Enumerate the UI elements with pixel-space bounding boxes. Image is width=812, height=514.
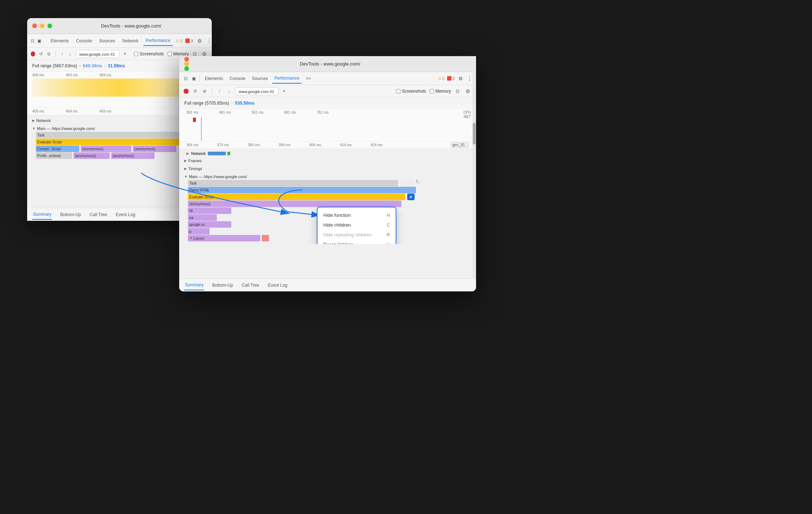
main-section-label: Main — https://www.google.com/ <box>37 126 95 131</box>
anonymous-bar1[interactable]: (anonymous) <box>81 146 131 152</box>
hide-function-item[interactable]: Hide function H <box>317 210 396 220</box>
full-range-label: Full range (5667.63ms) <box>32 63 77 68</box>
front-bottom-up-tab[interactable]: Bottom-Up <box>211 281 233 290</box>
hide-function-label: Hide function <box>323 212 351 218</box>
tab-network[interactable]: Network <box>120 36 140 46</box>
inspect-icon[interactable]: ⊡ <box>31 38 34 44</box>
front-screenshots-toggle[interactable]: Screenshots <box>396 89 426 94</box>
parse-html-bar[interactable]: Parse HTML <box>188 187 416 193</box>
front-settings-icon[interactable]: ⚙ <box>457 75 464 82</box>
front-upload-icon[interactable]: ↑ <box>216 88 222 94</box>
reset-children-item[interactable]: Reset children U <box>317 240 396 244</box>
front-separator2 <box>212 88 212 94</box>
front-device-icon[interactable]: ▣ <box>191 76 197 81</box>
hide-function-key: H <box>387 213 390 218</box>
anonymous-bar2[interactable]: (anonymous) <box>133 146 176 152</box>
task-bar[interactable]: Task <box>36 132 195 138</box>
front-memory-toggle[interactable]: Memory <box>430 89 451 94</box>
compil-script-bar[interactable]: Compil...Script <box>36 146 79 152</box>
front-summary-tab[interactable]: Summary <box>184 280 204 290</box>
download-icon[interactable]: ↓ <box>68 51 72 57</box>
front-event-log-tab[interactable]: Event Log <box>267 281 288 290</box>
front-timeline: 361 ms 461 ms 561 ms 661 ms 761 ms CPU N… <box>179 109 476 142</box>
event-log-tab[interactable]: Event Log <box>115 210 136 219</box>
ruler-m4: 661 ms <box>284 110 317 114</box>
front-record-icon[interactable] <box>184 89 189 94</box>
tab-performance[interactable]: Performance <box>143 36 173 46</box>
front-separator <box>199 76 200 81</box>
front-tab-performance[interactable]: Performance <box>272 73 302 84</box>
frames-row: ▶ Frames <box>179 157 476 165</box>
front-ruler2: 364 ms374 ms384 ms394 ms404 ms414 ms424 … <box>179 142 476 149</box>
front-toolbar: ⊡ ▣ Elements Console Sources Performance… <box>179 72 476 85</box>
memory-toggle[interactable]: Memory <box>168 51 189 56</box>
scrollbar-thumb[interactable] <box>473 123 476 144</box>
w-bar[interactable]: W <box>188 207 231 214</box>
network-section-label: Network <box>36 118 51 123</box>
call-tree-tab[interactable]: Call Tree <box>89 210 108 219</box>
front-settings-icon2[interactable]: ⚙ <box>464 88 472 95</box>
front-minimize-button[interactable] <box>184 62 189 66</box>
clear-icon[interactable]: ⊘ <box>47 51 51 57</box>
evaluate-script-bar[interactable]: Evaluate Script <box>36 139 195 145</box>
task-stripe <box>399 180 414 186</box>
front-inspect-icon[interactable]: ⊡ <box>183 76 189 81</box>
close-button[interactable] <box>32 24 37 28</box>
front-tab-sources[interactable]: Sources <box>250 74 270 83</box>
front-camera-icon[interactable]: ⊡ <box>455 88 460 94</box>
ruler-m2: 461 ms <box>219 110 252 114</box>
scrollbar[interactable] <box>472 56 476 278</box>
google-cv-bar[interactable]: google.cv <box>188 221 231 228</box>
settings-icon[interactable]: ⚙ <box>196 37 203 45</box>
context-menu[interactable]: Hide function H Hide children C Hide rep… <box>317 207 396 244</box>
network-label: Network <box>191 151 206 156</box>
front-task-bar[interactable]: Task <box>188 180 398 186</box>
front-reload-icon[interactable]: ↺ <box>192 88 198 94</box>
front-tab-elements[interactable]: Elements <box>203 74 225 83</box>
profili-bar[interactable]: Profili...erhead <box>36 152 72 159</box>
anonymous-bar4[interactable]: (anonymous) <box>111 152 155 159</box>
front-tab-console[interactable]: Console <box>227 74 248 83</box>
ea-bar[interactable]: ea <box>188 214 217 221</box>
ruler-mark-3: 469 ms <box>100 73 112 77</box>
more-icon[interactable]: ⋮ <box>206 37 212 44</box>
anonymous-bar3[interactable]: (anonymous) <box>73 152 110 159</box>
record-icon[interactable] <box>31 51 35 56</box>
device-icon[interactable]: ▣ <box>37 38 41 44</box>
front-error-badge: 🟥 2 <box>447 76 455 81</box>
front-anonymous-bar[interactable]: (anonymous) <box>188 201 401 207</box>
bottom-up-tab[interactable]: Bottom-Up <box>59 210 81 219</box>
tab-console[interactable]: Console <box>74 36 94 46</box>
front-warn-badge: ⚠ 5 <box>438 76 445 81</box>
front-bottom-tabs: Summary Bottom-Up Call Tree Event Log <box>179 278 476 291</box>
layout-bar[interactable]: ▼ Layout <box>188 235 260 241</box>
t-label: T... <box>416 180 421 186</box>
ruler-m3: 561 ms <box>252 110 284 114</box>
hide-children-key: C <box>387 223 390 228</box>
summary-tab[interactable]: Summary <box>32 210 52 220</box>
front-download-icon[interactable]: ↓ <box>226 88 232 94</box>
tab-sources[interactable]: Sources <box>97 36 117 46</box>
ruler-mark-2: 464 ms <box>66 73 78 77</box>
url-box[interactable]: www.google.com #1 <box>76 50 119 58</box>
minimize-button[interactable] <box>40 24 45 28</box>
reload-icon[interactable]: ↺ <box>39 51 43 57</box>
front-clear-icon[interactable]: ⊘ <box>202 88 207 94</box>
p-bar[interactable]: p <box>188 228 210 235</box>
front-call-tree-tab[interactable]: Call Tree <box>241 281 260 290</box>
front-devtools-window: DevTools - www.google.com/ ⊡ ▣ Elements … <box>179 56 476 291</box>
front-evaluate-script-bar[interactable]: Evaluate Script <box>188 194 405 200</box>
maximize-button[interactable] <box>47 24 52 28</box>
tab-elements[interactable]: Elements <box>49 36 71 46</box>
front-tab-more[interactable]: >> <box>304 74 313 83</box>
front-more-icon[interactable]: ⋮ <box>467 75 472 82</box>
upload-icon[interactable]: ↑ <box>60 51 64 57</box>
screenshots-toggle[interactable]: Screenshots <box>134 51 164 56</box>
hide-children-item[interactable]: Hide children C <box>317 220 396 230</box>
front-url-box[interactable]: www.google.com #1 <box>235 87 279 95</box>
net-bar-blue <box>208 152 226 155</box>
flame-dropdown-btn[interactable]: ▼ <box>407 194 415 200</box>
front-maximize-button[interactable] <box>184 66 189 71</box>
front-close-button[interactable] <box>184 57 189 62</box>
back-titlebar: DevTools - www.google.com/ <box>27 18 212 34</box>
